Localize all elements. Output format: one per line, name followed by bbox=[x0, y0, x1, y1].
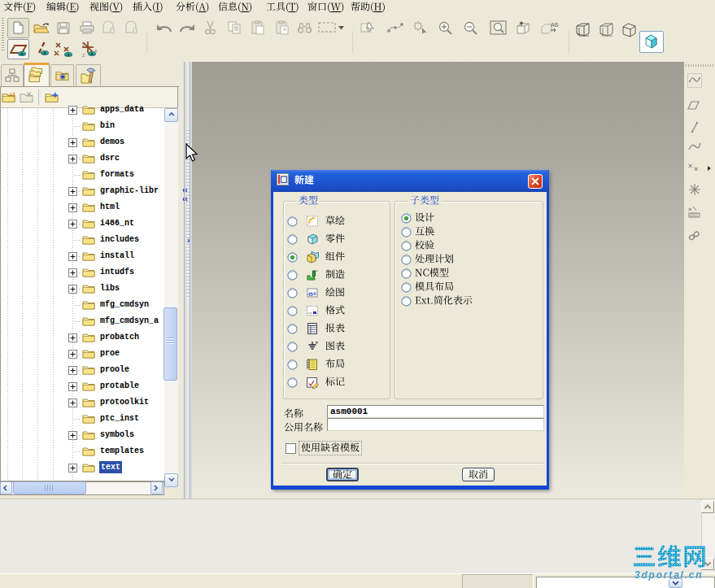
svg-text:✳: ✳ bbox=[59, 72, 66, 81]
svg-text:AB: AB bbox=[551, 22, 559, 28]
svg-text:×: × bbox=[688, 206, 692, 213]
svg-text:z: z bbox=[82, 52, 85, 57]
svg-text:×: × bbox=[694, 165, 698, 173]
svg-text:×: × bbox=[688, 162, 692, 170]
